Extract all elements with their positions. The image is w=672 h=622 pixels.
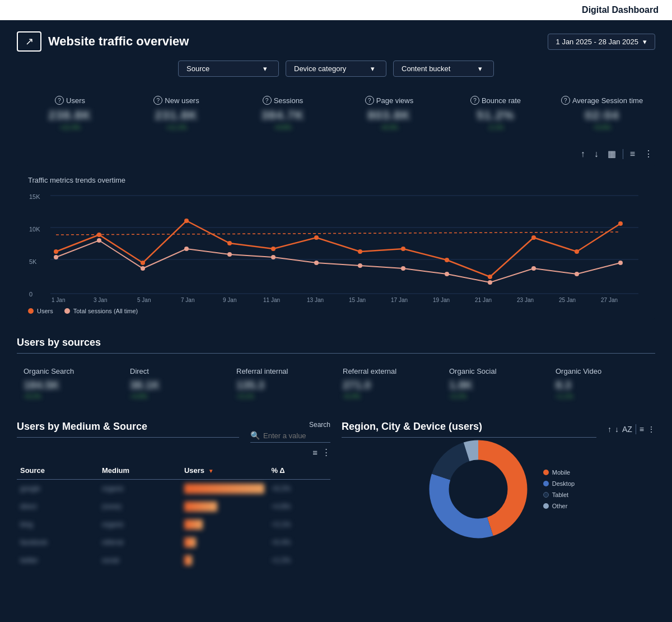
svg-text:3 Jan: 3 Jan xyxy=(94,297,107,302)
filter-button[interactable]: ≡ xyxy=(628,148,637,160)
cell-users-1 xyxy=(181,498,268,516)
avg-session-label: Average Session time xyxy=(572,96,643,105)
sessions-help-icon[interactable]: ? xyxy=(263,96,272,105)
content-bucket-chevron-icon: ▾ xyxy=(478,64,482,73)
svg-point-43 xyxy=(314,261,319,265)
chart-icon-symbol: ↗ xyxy=(25,35,34,48)
search-icon: 🔍 xyxy=(250,431,260,440)
legend-users: Users xyxy=(28,308,53,314)
download-button[interactable]: ↓ xyxy=(592,148,601,160)
svg-point-26 xyxy=(227,241,232,245)
region-more-btn[interactable]: ⋮ xyxy=(647,425,655,434)
svg-line-36 xyxy=(56,232,620,235)
bounce-rate-label: Bounce rate xyxy=(482,96,521,105)
svg-text:13 Jan: 13 Jan xyxy=(307,297,324,302)
svg-text:17 Jan: 17 Jan xyxy=(391,297,408,302)
col-source: Source xyxy=(17,462,99,480)
donut-legend-desktop: Desktop xyxy=(543,480,575,487)
svg-point-40 xyxy=(184,247,189,251)
source-filter[interactable]: Source ▾ xyxy=(178,61,279,77)
device-category-label: Device category xyxy=(294,64,346,73)
main-content: ↗ Website traffic overview 1 Jan 2025 - … xyxy=(0,20,672,581)
page-views-label: Page views xyxy=(376,96,413,105)
source-referral-internal-change: +3.1% xyxy=(236,393,254,400)
metrics-row: ? Users 238.8K +12.4% ? New users 231.8K… xyxy=(17,90,655,136)
legend-sessions: Total sessions (All time) xyxy=(64,308,138,314)
svg-point-48 xyxy=(531,266,536,271)
svg-text:25 Jan: 25 Jan xyxy=(559,297,576,302)
content-bucket-filter[interactable]: Content bucket ▾ xyxy=(393,61,494,77)
svg-point-38 xyxy=(97,238,101,243)
chart-type-button[interactable]: ▦ xyxy=(605,147,618,160)
bounce-rate-help-icon[interactable]: ? xyxy=(470,96,479,105)
line-chart-svg: 15K 10K 5K 0 1 Jan 3 Jan 5 Jan 7 Jan 9 J… xyxy=(28,190,644,302)
source-referral-internal: Referral internal 135.3 +3.1% xyxy=(230,363,336,404)
avg-session-help-icon[interactable]: ? xyxy=(561,96,570,105)
upload-button[interactable]: ↑ xyxy=(578,148,587,160)
svg-point-44 xyxy=(358,263,362,268)
table-filter-button[interactable]: ≡ xyxy=(312,447,318,457)
col-users[interactable]: Users ▼ xyxy=(181,462,268,480)
svg-point-34 xyxy=(575,249,579,254)
users-bar-1 xyxy=(184,502,217,512)
search-input[interactable] xyxy=(263,431,330,440)
table-more-button[interactable]: ⋮ xyxy=(322,447,330,457)
top-bar: Digital Dashboard xyxy=(0,0,672,20)
content-bucket-label: Content bucket xyxy=(402,64,450,73)
page-title: Website traffic overview xyxy=(48,34,189,49)
region-filter-btn[interactable]: ≡ xyxy=(640,425,644,434)
source-referral-internal-label: Referral internal xyxy=(236,367,288,375)
chart-toolbar: ↑ ↓ ▦ ≡ ⋮ xyxy=(17,147,655,160)
bounce-rate-change: -2.1% xyxy=(488,124,504,131)
sources-grid: Organic Search 184.5K +9.2% Direct 38.1K… xyxy=(17,363,655,404)
source-direct-label: Direct xyxy=(130,367,149,375)
source-referral-internal-value: 135.3 xyxy=(236,379,264,392)
donut-legend: Mobile Desktop Tablet Other xyxy=(543,469,575,509)
sessions-change: +9.8% xyxy=(274,124,292,131)
cell-delta-3: +6.4% xyxy=(268,533,330,551)
svg-point-28 xyxy=(314,235,319,240)
cell-medium-4: social xyxy=(99,551,181,569)
traffic-icon: ↗ xyxy=(17,31,41,52)
cell-users-0 xyxy=(181,480,268,498)
svg-text:10K: 10K xyxy=(29,226,40,233)
cell-medium-1: (none) xyxy=(99,498,181,516)
source-referral-external-label: Referral external xyxy=(343,367,396,375)
new-users-change: +11.2% xyxy=(166,124,187,131)
avg-session-value: 02:04 xyxy=(585,108,619,123)
users-bar-3 xyxy=(184,537,197,547)
svg-point-47 xyxy=(488,280,492,285)
svg-text:9 Jan: 9 Jan xyxy=(223,297,236,302)
metric-users: ? Users 238.8K +12.4% xyxy=(17,90,123,136)
page-views-change: +8.3% xyxy=(380,124,398,131)
chevron-down-icon: ▾ xyxy=(643,38,647,46)
device-category-filter[interactable]: Device category ▾ xyxy=(286,61,386,77)
toolbar-divider xyxy=(623,149,623,159)
users-help-icon[interactable]: ? xyxy=(55,96,64,105)
svg-point-27 xyxy=(271,247,276,251)
svg-text:15 Jan: 15 Jan xyxy=(349,297,366,302)
source-referral-external: Referral external 271.0 +6.4% xyxy=(336,363,442,404)
new-users-help-icon[interactable]: ? xyxy=(153,96,162,105)
svg-text:19 Jan: 19 Jan xyxy=(433,297,450,302)
table-row: direct (none) +4.8% xyxy=(17,498,330,516)
filter-row: Source ▾ Device category ▾ Content bucke… xyxy=(17,61,655,77)
source-organic-video-label: Organic Video xyxy=(556,367,601,375)
page-views-help-icon[interactable]: ? xyxy=(365,96,374,105)
bottom-section: Users by Medium & Source Search 🔍 ≡ ⋮ xyxy=(17,421,655,569)
region-download-btn[interactable]: ↓ xyxy=(615,425,619,434)
donut-desktop-dot xyxy=(543,481,549,486)
more-options-button[interactable]: ⋮ xyxy=(642,147,655,160)
source-organic-social-label: Organic Social xyxy=(449,367,497,375)
region-sort-az-btn[interactable]: AZ xyxy=(622,425,632,434)
region-divider xyxy=(636,424,636,434)
svg-text:15K: 15K xyxy=(29,193,40,200)
cell-source-0: google xyxy=(17,480,99,498)
svg-text:7 Jan: 7 Jan xyxy=(181,297,194,302)
source-organic-search: Organic Search 184.5K +9.2% xyxy=(17,363,123,404)
svg-text:5 Jan: 5 Jan xyxy=(137,297,151,302)
region-upload-btn[interactable]: ↑ xyxy=(608,425,612,434)
date-range-picker[interactable]: 1 Jan 2025 - 28 Jan 2025 ▾ xyxy=(548,34,655,50)
region-card: Region, City & Device (users) ↑ ↓ AZ ≡ ⋮ xyxy=(342,421,655,569)
cell-source-3: facebook xyxy=(17,533,99,551)
